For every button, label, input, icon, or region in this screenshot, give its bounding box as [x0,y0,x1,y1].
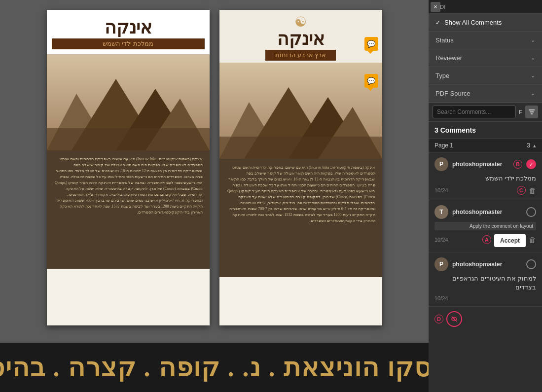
checkmark-icon: ✓ [435,19,440,26]
comments-count-bar: 3 Comments [429,122,542,139]
comment-3-date: 10/24 [434,295,448,301]
page-count: 3 [527,142,530,149]
type-label: Type [435,72,449,79]
filter-icon [528,108,535,115]
comment-bubble-2[interactable]: 💬 [364,74,378,88]
label-d: D [434,315,443,323]
mountain-svg-2 [219,63,382,159]
comment-card-3: P photoshopmaster למחוק את העיטורים הגרא… [429,252,542,306]
comment-1-date: 10/24 [434,187,448,193]
comment-2-header: T photoshopmaster [434,205,536,219]
check-mark-1: ✓ [529,162,533,167]
comment-3-text: למחוק את העיטורים הגראפיים בצדדים [434,274,536,292]
page-1: אינקה ממלכת ילדי השמש [47,10,210,325]
panel-toolbar: F [429,103,542,122]
pdf-source-label: PDF Source [435,90,470,97]
resolve-check-1[interactable]: ✓ [526,159,536,169]
avatar-2-letter: T [439,209,443,215]
eagle-symbol: ☯ [294,14,307,30]
mountain-svg-1 [47,54,210,150]
delete-button-2[interactable]: 🗑 [529,236,536,244]
pdf-source-item[interactable]: PDF Source ⌄ [429,84,542,102]
page1-body: אינקה (בשפות איקווטוריות: Inka או Inca) … [47,150,210,269]
right-panel: × PDI ✓ Show All Comments Status ⌄ Revie… [429,0,542,392]
status-chevron: ⌄ [531,37,535,43]
reviewer-chevron: ⌄ [531,55,535,61]
commenter-3-name: photoshopmaster [452,261,522,268]
type-item[interactable]: Type ⌄ [429,67,542,84]
comment-card-1: P photoshopmaster B ✓ ממלכת ילדי השמש 10… [429,152,542,200]
f-label: F [519,109,522,115]
label-b: B [513,160,522,169]
apply-comment-text: Apply the comment on layout [434,222,536,230]
reviewer-label: Reviewer [435,54,462,62]
resolve-check-3[interactable] [526,259,536,269]
reviewer-item[interactable]: Reviewer ⌄ [429,49,542,67]
commenter-1-name: photoshopmaster [452,161,509,168]
delete-button-1[interactable]: 🗑 [529,186,536,195]
show-all-comments-item[interactable]: ✓ Show All Comments [429,14,542,31]
type-chevron: ⌄ [531,72,535,79]
comment-card-2: T photoshopmaster Apply the comment on l… [429,200,542,252]
page1-mountain [47,54,210,150]
comments-count-title: 3 Comments [434,126,476,134]
eye-slash-icon [451,316,458,322]
collapse-arrow[interactable]: ▴ [533,143,536,149]
page1-header: אינקה ממלכת ילדי השמש [47,10,210,54]
trash-icon-2: 🗑 [529,236,536,244]
panel-top-bar: × PDI [429,0,542,14]
bottom-icon-row: D [429,307,542,331]
page-label: Page 1 [434,142,453,149]
avatar-3-letter: P [439,261,443,268]
svg-rect-5 [47,128,210,150]
page1-title: אינקה [52,19,205,36]
bottom-text: קוסקו הוניצאת . נ. . קופה . קצרה . בהיסט [0,353,429,382]
page1-subtitle: ממלכת ילדי השמש [52,38,205,49]
avatar-2: T [434,205,448,219]
accept-button[interactable]: Accept [494,234,526,247]
page2-mountain [219,63,382,159]
pdf-source-chevron: ⌄ [531,90,535,97]
bottom-strip: קוסקו הוניצאת . נ. . קופה . קצרה . בהיסט [0,343,429,392]
canvas-area: אינקה ממלכת ילדי השמש [0,0,429,392]
pages-container: אינקה ממלכת ילדי השמש [0,0,429,343]
comment-1-text: ממלכת ילדי השמש [434,174,536,183]
avatar-1-letter: P [439,161,443,168]
close-button[interactable]: × [431,2,440,12]
svg-rect-11 [219,137,382,159]
status-label: Status [435,36,454,44]
page2-subtitle: ארץ ארבע הרוחות [265,50,336,61]
page2-body: אינקה (בשפות איקווטוריות: Inka או Inca) … [219,159,382,277]
comment-icon-1: 💬 [367,40,375,48]
show-all-comments-label: Show All Comments [444,19,502,26]
comment-bubble-1[interactable]: 💬 [364,37,378,51]
filter-button[interactable] [525,106,538,118]
page-2: 💬 💬 ☯ אינקה ארץ ארבע הרוחות [219,10,382,325]
commenter-2-name: photoshopmaster [452,209,522,215]
avatar-3: P [434,257,448,271]
search-input[interactable] [433,106,516,118]
comment-1-header: P photoshopmaster B ✓ [434,157,536,171]
label-a: A [482,235,491,244]
comment-icon-2: 💬 [367,77,375,85]
status-item[interactable]: Status ⌄ [429,31,542,49]
avatar-1: P [434,157,448,171]
comment-3-header: P photoshopmaster [434,257,536,271]
hide-icon-button[interactable] [446,311,462,327]
page-count-arrow: 3 ▴ [527,142,536,149]
page2-header: ☯ אינקה ארץ ארבע הרוחות [219,10,382,63]
resolve-check-2[interactable] [526,207,536,217]
page2-title: אינקה [277,30,325,48]
dropdown-menu: ✓ Show All Comments Status ⌄ Reviewer ⌄ … [429,14,542,103]
comment-2-date: 10/24 [434,237,448,243]
page-section: Page 1 3 ▴ [429,139,542,152]
label-c: C [517,186,526,195]
trash-icon-1: 🗑 [529,186,536,195]
